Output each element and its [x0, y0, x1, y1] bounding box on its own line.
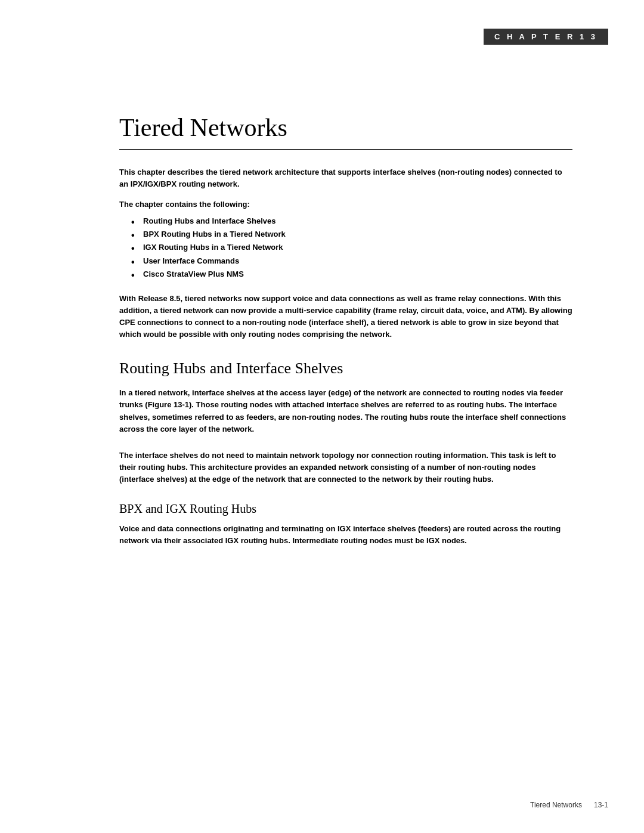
footer-text: Tiered Networks: [530, 801, 582, 809]
chapter-header: C H A P T E R 1 3: [484, 29, 608, 45]
list-item: User Interface Commands: [131, 255, 572, 268]
section2-paragraph-1: Voice and data connections originating a…: [119, 523, 572, 547]
section1-paragraph-1: In a tiered network, interface shelves a…: [119, 387, 572, 435]
page: C H A P T E R 1 3 Tiered Networks This c…: [0, 0, 644, 833]
list-item: Cisco StrataView Plus NMS: [131, 268, 572, 281]
intro-paragraph-2: With Release 8.5, tiered networks now su…: [119, 293, 572, 341]
list-item: Routing Hubs and Interface Shelves: [131, 215, 572, 228]
list-item: BPX Routing Hubs in a Tiered Network: [131, 228, 572, 241]
section1-heading: Routing Hubs and Interface Shelves: [119, 360, 572, 377]
page-title: Tiered Networks: [119, 113, 572, 142]
bullet-list: Routing Hubs and Interface Shelves BPX R…: [131, 215, 572, 280]
main-content: Tiered Networks This chapter describes t…: [0, 0, 644, 609]
section2-heading: BPX and IGX Routing Hubs: [119, 502, 572, 516]
chapter-header-label: C H A P T E R 1 3: [494, 32, 597, 41]
chapter-contains-label: The chapter contains the following:: [119, 200, 572, 209]
footer-page: 13-1: [594, 801, 608, 809]
section1-paragraph-2: The interface shelves do not need to mai…: [119, 450, 572, 485]
footer: Tiered Networks 13-1: [530, 801, 608, 809]
list-item: IGX Routing Hubs in a Tiered Network: [131, 241, 572, 254]
title-divider: [119, 149, 572, 150]
intro-paragraph-1: This chapter describes the tiered networ…: [119, 166, 572, 190]
